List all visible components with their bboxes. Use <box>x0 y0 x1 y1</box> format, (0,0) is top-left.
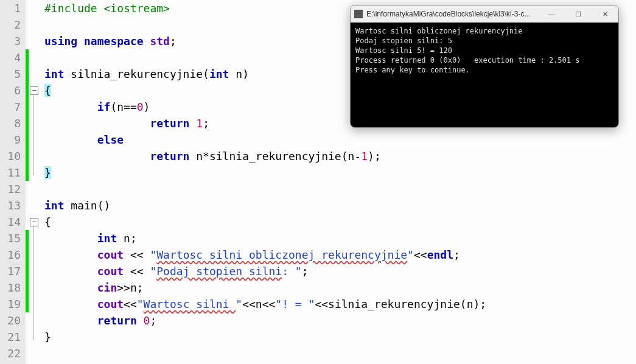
terminal-window[interactable]: E:\informatykaMiGra\codeBlocks\lekcje\kl… <box>350 5 619 128</box>
line-number: 20 <box>2 312 21 329</box>
fold-toggle[interactable]: − <box>30 218 38 226</box>
line-number: 18 <box>2 279 21 296</box>
terminal-icon <box>354 10 363 18</box>
line-number: 19 <box>2 296 21 312</box>
line-number: 21 <box>2 329 21 345</box>
code-line[interactable]: cout<<"Wartosc silni "<<n<<"! = "<<silni… <box>44 296 636 312</box>
code-line[interactable]: int n; <box>44 230 636 247</box>
code-line[interactable]: } <box>44 329 636 345</box>
line-number: 10 <box>2 148 21 164</box>
line-number: 8 <box>2 115 21 131</box>
code-line[interactable] <box>44 181 636 197</box>
code-line[interactable]: cout << "Podaj stopien silni: "; <box>44 263 636 279</box>
terminal-title-text: E:\informatykaMiGra\codeBlocks\lekcje\kl… <box>366 10 538 18</box>
line-number: 1 <box>2 0 21 16</box>
line-number: 22 <box>2 345 21 362</box>
line-number: 16 <box>2 247 21 263</box>
line-number: 3 <box>2 33 21 49</box>
code-line[interactable]: return n*silnia_rekurencyjnie(n-1); <box>44 148 636 164</box>
code-line[interactable] <box>44 345 636 362</box>
minimize-button[interactable]: — <box>538 5 565 23</box>
terminal-titlebar[interactable]: E:\informatykaMiGra\codeBlocks\lekcje\kl… <box>351 5 618 23</box>
line-number: 15 <box>2 230 21 247</box>
line-number: 14 <box>2 214 21 230</box>
code-line[interactable]: cin>>n; <box>44 279 636 296</box>
line-number: 2 <box>2 16 21 33</box>
fold-toggle[interactable]: − <box>30 86 38 95</box>
line-number: 6 <box>2 82 21 99</box>
line-number: 5 <box>2 66 21 82</box>
terminal-output: Wartosc silni obliczonej rekurencyjnie P… <box>351 23 618 127</box>
code-line[interactable]: { <box>44 214 636 230</box>
line-number: 12 <box>2 181 21 197</box>
code-line[interactable]: return 0; <box>44 312 636 329</box>
line-number: 13 <box>2 197 21 214</box>
line-number-gutter: 12345678910111213141516171819202122 <box>0 0 26 364</box>
line-number: 4 <box>2 49 21 66</box>
code-line[interactable]: } <box>44 164 636 181</box>
close-button[interactable]: ✕ <box>592 5 618 23</box>
line-number: 11 <box>2 164 21 181</box>
line-number: 9 <box>2 131 21 148</box>
fold-guide <box>33 93 34 175</box>
line-number: 7 <box>2 99 21 115</box>
fold-strip: −− <box>29 0 41 364</box>
code-line[interactable]: cout << "Wartosc silni obliczonej rekure… <box>44 247 636 263</box>
maximize-button[interactable]: ☐ <box>565 5 592 23</box>
fold-guide <box>33 225 34 340</box>
code-line[interactable]: else <box>44 131 636 148</box>
code-line[interactable]: int main() <box>44 197 636 214</box>
line-number: 17 <box>2 263 21 279</box>
